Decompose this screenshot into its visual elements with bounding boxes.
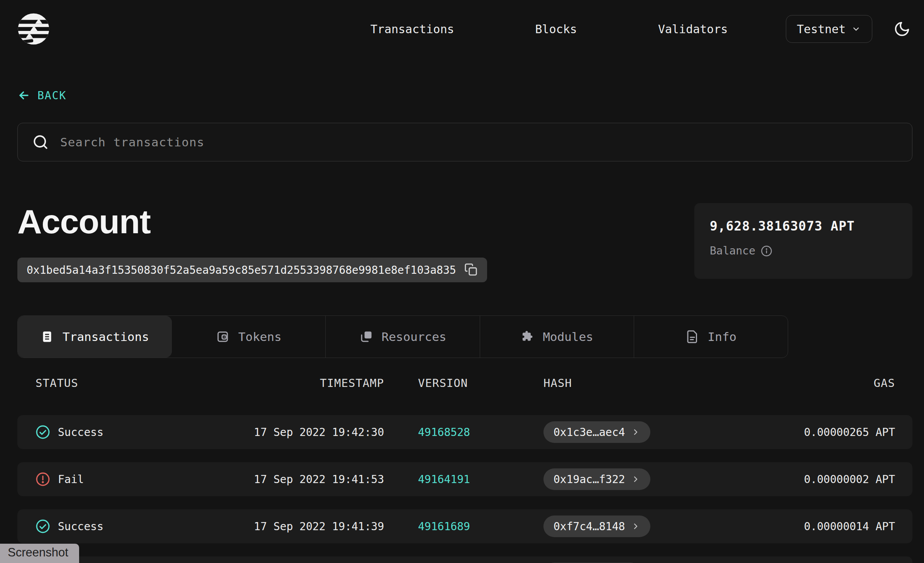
table-row: Success 17 Sep 2022 19:41:39 49161689 0x… [17,509,912,543]
hash-text: 0x19ac…f322 [553,473,625,486]
network-selector[interactable]: Testnet [786,15,872,43]
balance-label: Balance [710,244,755,257]
timestamp: 17 Sep 2022 19:41:39 [234,520,384,533]
table-row-partial: ​ [17,556,912,563]
hash-chip[interactable]: 0x19ac…f322 [543,468,650,490]
moon-icon [894,20,910,37]
chevron-right-icon [631,427,640,437]
col-timestamp: TIMESTAMP [234,376,384,390]
col-gas: GAS [724,376,912,390]
tab-label: Tokens [238,330,281,344]
tab-label: Modules [543,330,593,344]
success-icon [36,425,50,439]
back-link[interactable]: BACK [17,89,66,102]
file-icon [685,330,699,344]
nav-item-validators[interactable]: Validators [658,22,728,36]
top-nav: Transactions Blocks Validators Testnet [0,0,924,58]
success-icon [36,519,50,534]
chevron-right-icon [631,475,640,484]
status-text: Success [58,426,103,439]
network-label: Testnet [797,22,846,36]
table-header: STATUS TIMESTAMP VERSION HASH GAS [17,373,912,393]
account-tabs: Transactions Tokens Resources Modules [17,315,788,358]
nav-item-transactions[interactable]: Transactions [371,22,454,36]
tab-info[interactable]: Info [634,316,788,358]
dark-mode-toggle[interactable] [894,20,910,37]
tab-label: Resources [382,330,447,344]
transactions-list: Success 17 Sep 2022 19:42:30 49168528 0x… [17,415,912,563]
version-link[interactable]: 49164191 [418,473,470,486]
stack-icon [359,330,373,344]
page-title: Account [17,203,487,240]
balance-amount: 9,628.38163073 APT [710,219,897,234]
table-row: Fail 17 Sep 2022 19:41:53 49164191 0x19a… [17,462,912,496]
gas-amount: 0.00000265 APT [724,426,912,439]
fail-icon [36,472,50,487]
tab-resources[interactable]: Resources [326,316,480,358]
gas-amount: 0.00000014 APT [724,520,912,533]
status-text: Success [58,520,103,533]
version-link[interactable]: 49168528 [418,426,470,439]
tab-tokens[interactable]: Tokens [172,316,326,358]
tab-label: Transactions [63,330,149,344]
hash-text: 0x1c3e…aec4 [553,426,625,439]
puzzle-icon [520,330,534,344]
nav-item-blocks[interactable]: Blocks [535,22,577,36]
back-arrow-icon [17,89,30,102]
search-bar [17,123,912,161]
col-version: VERSION [384,376,508,390]
col-status: STATUS [17,376,234,390]
tab-label: Info [708,330,737,344]
tab-transactions[interactable]: Transactions [18,316,172,358]
tab-modules[interactable]: Modules [480,316,634,358]
hash-chip[interactable]: 0x1c3e…aec4 [543,421,650,443]
back-label: BACK [37,89,66,102]
col-hash: HASH [508,376,724,390]
version-link[interactable]: 49161689 [418,520,470,533]
timestamp: 17 Sep 2022 19:42:30 [234,426,384,439]
aptos-logo-icon[interactable] [17,13,50,45]
account-left: Account 0x1bed5a14a3f15350830f52a5ea9a59… [17,203,487,282]
account-section: Account 0x1bed5a14a3f15350830f52a5ea9a59… [17,203,912,282]
info-icon[interactable] [761,245,772,257]
list-icon [40,330,54,344]
status-text: Fail [58,473,84,486]
copy-icon [464,263,477,276]
page: Transactions Blocks Validators Testnet B… [0,0,924,563]
screenshot-overlay-label: Screenshot [0,544,79,563]
account-address: 0x1bed5a14a3f15350830f52a5ea9a59c85e571d… [27,264,456,276]
gas-amount: 0.00000002 APT [724,473,912,486]
search-input[interactable] [60,135,897,149]
search-icon [32,134,49,150]
nav-links: Transactions Blocks Validators [371,22,728,36]
copy-address-button[interactable] [464,263,478,277]
chevron-right-icon [631,522,640,531]
wallet-icon [216,330,230,344]
account-address-pill: 0x1bed5a14a3f15350830f52a5ea9a59c85e571d… [17,258,487,282]
chevron-down-icon [851,24,861,34]
timestamp: 17 Sep 2022 19:41:53 [234,473,384,486]
hash-chip[interactable]: 0xf7c4…8148 [543,516,650,537]
hash-text: 0xf7c4…8148 [553,520,625,533]
balance-card: 9,628.38163073 APT Balance [694,203,912,279]
table-row: Success 17 Sep 2022 19:42:30 49168528 0x… [17,415,912,449]
